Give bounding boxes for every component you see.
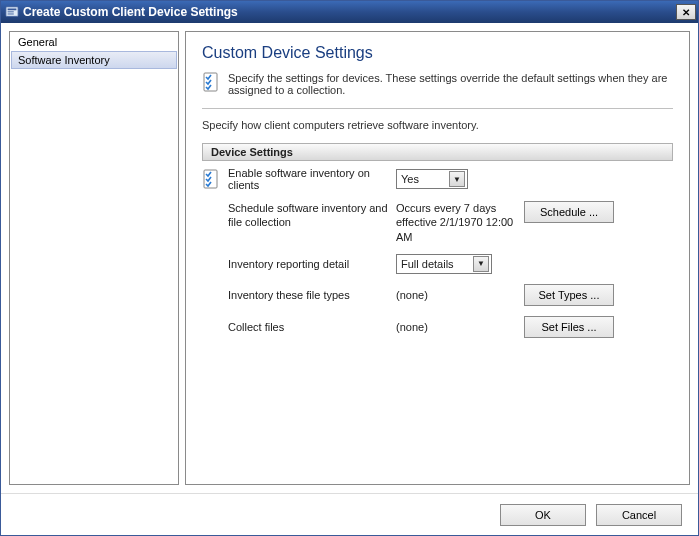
- checklist-icon: [202, 72, 222, 94]
- close-icon: ✕: [682, 7, 690, 18]
- nav-label: Software Inventory: [18, 54, 110, 66]
- settings-icon-col: [202, 167, 222, 191]
- dialog-footer: OK Cancel: [1, 493, 698, 535]
- close-button[interactable]: ✕: [676, 4, 696, 20]
- intro-text: Specify the settings for devices. These …: [228, 72, 673, 96]
- settings-grid: Enable software inventory on clients Yes…: [228, 167, 673, 338]
- checklist-icon: [202, 179, 222, 191]
- ok-button[interactable]: OK: [500, 504, 586, 526]
- page-title: Custom Device Settings: [202, 44, 673, 62]
- select-text: Full details: [401, 258, 473, 270]
- file-types-label: Inventory these file types: [228, 289, 388, 301]
- dialog-body: General Software Inventory Custom Device…: [1, 23, 698, 493]
- sub-description: Specify how client computers retrieve so…: [202, 119, 673, 131]
- collect-files-value: (none): [396, 321, 516, 333]
- content-panel: Custom Device Settings Specify the setti…: [185, 31, 690, 485]
- enable-inventory-select[interactable]: Yes ▼: [396, 169, 468, 189]
- device-settings: Enable software inventory on clients Yes…: [202, 167, 673, 338]
- svg-rect-1: [8, 9, 17, 11]
- set-files-button[interactable]: Set Files ...: [524, 316, 614, 338]
- reporting-detail-select[interactable]: Full details ▼: [396, 254, 492, 274]
- reporting-detail-value: Full details ▼: [396, 254, 516, 274]
- window-title: Create Custom Client Device Settings: [23, 5, 676, 19]
- dialog-window: Create Custom Client Device Settings ✕ G…: [0, 0, 699, 536]
- enable-inventory-value: Yes ▼: [396, 169, 516, 189]
- collect-files-label: Collect files: [228, 321, 388, 333]
- divider: [202, 108, 673, 109]
- select-text: Yes: [401, 173, 449, 185]
- schedule-button[interactable]: Schedule ...: [524, 201, 614, 223]
- chevron-down-icon: ▼: [473, 256, 489, 272]
- nav-panel: General Software Inventory: [9, 31, 179, 485]
- set-types-button[interactable]: Set Types ...: [524, 284, 614, 306]
- chevron-down-icon: ▼: [449, 171, 465, 187]
- svg-rect-2: [8, 11, 14, 12]
- schedule-label: Schedule software inventory and file col…: [228, 201, 388, 230]
- nav-item-software-inventory[interactable]: Software Inventory: [11, 51, 177, 69]
- titlebar: Create Custom Client Device Settings ✕: [1, 1, 698, 23]
- reporting-detail-label: Inventory reporting detail: [228, 258, 388, 270]
- file-types-value: (none): [396, 289, 516, 301]
- enable-inventory-label: Enable software inventory on clients: [228, 167, 388, 191]
- schedule-value: Occurs every 7 days effective 2/1/1970 1…: [396, 201, 516, 244]
- app-icon: [5, 5, 19, 19]
- intro-row: Specify the settings for devices. These …: [202, 72, 673, 96]
- nav-label: General: [18, 36, 57, 48]
- nav-item-general[interactable]: General: [11, 33, 177, 51]
- cancel-button[interactable]: Cancel: [596, 504, 682, 526]
- svg-rect-3: [8, 13, 14, 14]
- section-header: Device Settings: [202, 143, 673, 161]
